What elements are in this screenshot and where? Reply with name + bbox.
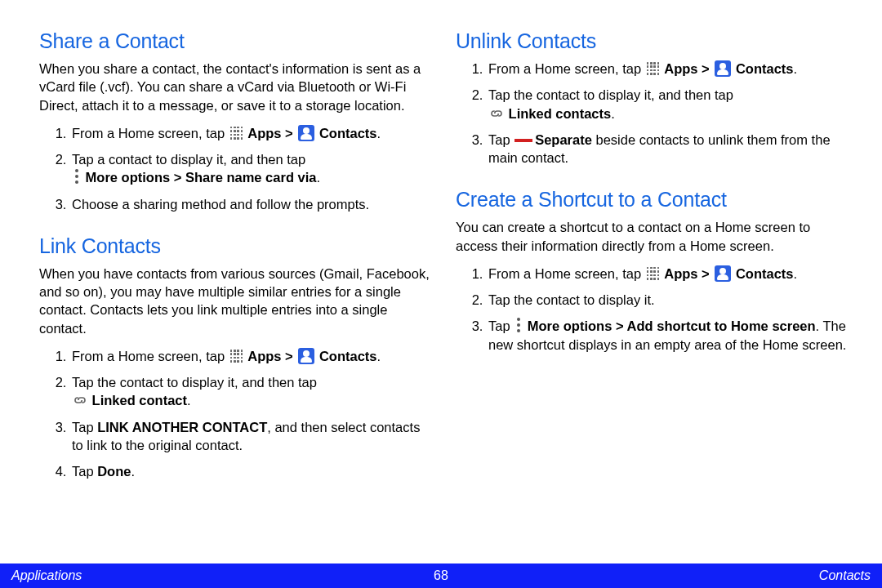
page-footer: Applications 68 Contacts	[0, 564, 882, 588]
apps-icon	[230, 350, 243, 363]
shortcut-steps: From a Home screen, tap Apps > Contacts.…	[456, 265, 849, 354]
link-step-3: Tap LINK ANOTHER CONTACT, and then selec…	[70, 418, 433, 455]
contacts-icon	[715, 60, 731, 77]
period: .	[187, 393, 191, 408]
apps-label: Apps >	[664, 266, 713, 281]
contacts-label: Contacts	[736, 266, 794, 281]
link-step-1: From a Home screen, tap Apps > Contacts.	[70, 347, 433, 365]
step-prefix: Tap	[72, 464, 97, 479]
more-options-icon	[515, 318, 522, 332]
link-steps: From a Home screen, tap Apps > Contacts.…	[39, 347, 433, 481]
linked-contacts-label: Linked contacts	[509, 106, 612, 121]
separate-label: Separate	[535, 132, 592, 147]
share-step-1: From a Home screen, tap Apps > Contacts.	[70, 124, 433, 142]
apps-label: Apps >	[247, 126, 296, 140]
shortcut-step-3: Tap More options > Add shortcut to Home …	[487, 317, 849, 354]
heading-share-contact: Share a Contact	[39, 29, 433, 53]
footer-page-number: 68	[434, 568, 448, 583]
period: .	[794, 61, 798, 76]
more-options-label: More options > Share name card via	[86, 170, 317, 185]
add-shortcut-label: More options > Add shortcut to Home scre…	[528, 318, 816, 333]
unlink-steps: From a Home screen, tap Apps > Contacts.…	[456, 60, 849, 167]
link-icon	[489, 107, 504, 120]
period: .	[377, 126, 381, 140]
shortcut-intro: You can create a shortcut to a contact o…	[456, 218, 849, 255]
heading-unlink-contacts: Unlink Contacts	[456, 29, 849, 53]
step-text: From a Home screen, tap	[488, 61, 645, 76]
link-another-label: LINK ANOTHER CONTACT	[97, 420, 267, 434]
step-text: Tap the contact to display it, and then …	[488, 87, 733, 102]
shortcut-step-1: From a Home screen, tap Apps > Contacts.	[487, 265, 849, 283]
unlink-step-1: From a Home screen, tap Apps > Contacts.	[487, 60, 849, 78]
contacts-label: Contacts	[736, 61, 794, 76]
share-step-3: Choose a sharing method and follow the p…	[70, 195, 433, 213]
period: .	[131, 464, 135, 479]
right-column: Unlink Contacts From a Home screen, tap …	[456, 29, 849, 555]
heading-create-shortcut: Create a Shortcut to a Contact	[456, 188, 849, 212]
shortcut-step-2: Tap the contact to display it.	[487, 291, 849, 309]
more-options-icon	[74, 169, 80, 184]
apps-icon	[230, 127, 243, 140]
step-text: From a Home screen, tap	[72, 349, 229, 363]
step-text: Tap the contact to display it, and then …	[72, 375, 317, 390]
link-icon	[73, 394, 87, 407]
step-prefix: Tap	[488, 318, 514, 333]
apps-icon	[647, 62, 660, 75]
step-prefix: Tap	[72, 420, 97, 434]
step-text: Tap a contact to display it, and then ta…	[72, 152, 305, 167]
link-step-4: Tap Done.	[70, 462, 433, 480]
period: .	[377, 349, 381, 363]
contacts-icon	[298, 348, 314, 364]
heading-link-contacts: Link Contacts	[39, 234, 433, 258]
contacts-icon	[298, 125, 314, 141]
link-step-2: Tap the contact to display it, and then …	[70, 373, 433, 410]
done-label: Done	[97, 464, 131, 479]
separate-icon	[514, 139, 532, 142]
unlink-step-2: Tap the contact to display it, and then …	[487, 86, 849, 122]
apps-label: Apps >	[247, 349, 296, 363]
apps-label: Apps >	[664, 61, 713, 76]
unlink-step-3: Tap Separate beside contacts to unlink t…	[487, 131, 849, 167]
contacts-label: Contacts	[319, 126, 377, 140]
linked-contact-label: Linked contact	[92, 393, 187, 408]
period: .	[611, 106, 615, 121]
period: .	[794, 266, 798, 281]
share-step-2: Tap a contact to display it, and then ta…	[70, 150, 433, 187]
step-text: From a Home screen, tap	[72, 126, 229, 140]
share-intro: When you share a contact, the contact's …	[39, 60, 433, 114]
contacts-label: Contacts	[319, 349, 377, 363]
share-steps: From a Home screen, tap Apps > Contacts.…	[39, 124, 433, 213]
contacts-icon	[715, 265, 731, 282]
footer-right: Contacts	[819, 568, 871, 583]
step-prefix: Tap	[488, 132, 514, 147]
footer-left: Applications	[11, 568, 82, 583]
left-column: Share a Contact When you share a contact…	[39, 29, 433, 555]
step-text: From a Home screen, tap	[488, 266, 645, 281]
link-intro: When you have contacts from various sour…	[39, 265, 433, 337]
period: .	[316, 170, 320, 185]
apps-icon	[647, 267, 660, 280]
